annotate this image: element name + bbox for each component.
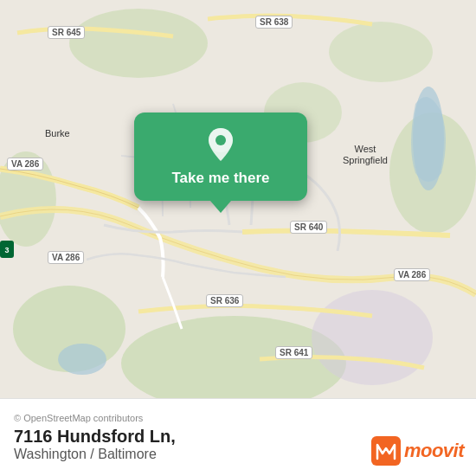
road-label-sr636: SR 636 bbox=[206, 294, 243, 307]
svg-point-5 bbox=[69, 9, 208, 78]
place-label-burke: Burke bbox=[45, 128, 70, 139]
moovit-icon bbox=[371, 436, 401, 466]
svg-point-6 bbox=[329, 22, 433, 82]
road-label-va286-right: VA 286 bbox=[394, 268, 430, 281]
road-label-va286-left: VA 286 bbox=[7, 158, 43, 170]
moovit-text-label: moovit bbox=[404, 440, 464, 462]
copyright-text: © OpenStreetMap contributors bbox=[14, 413, 462, 423]
map-container: 3 SR 645 SR 638 VA 286 VA 286 VA 286 SR … bbox=[0, 0, 476, 398]
svg-point-3 bbox=[312, 290, 433, 385]
road-label-sr640: SR 640 bbox=[290, 221, 327, 234]
svg-point-14 bbox=[215, 135, 226, 145]
svg-text:3: 3 bbox=[4, 246, 9, 254]
info-bar: © OpenStreetMap contributors 7116 Hundsf… bbox=[0, 398, 476, 476]
road-label-sr641: SR 641 bbox=[275, 346, 312, 359]
callout-button[interactable]: Take me there bbox=[134, 113, 307, 201]
road-label-sr645: SR 645 bbox=[48, 26, 85, 39]
moovit-logo: moovit bbox=[371, 436, 464, 466]
road-label-va286-mid: VA 286 bbox=[48, 251, 84, 264]
take-me-there-label: Take me there bbox=[171, 170, 269, 187]
location-pin-icon bbox=[202, 125, 240, 163]
svg-rect-15 bbox=[371, 436, 401, 466]
place-label-west-springfield: West Springfield bbox=[343, 144, 388, 166]
road-label-sr638: SR 638 bbox=[255, 16, 293, 29]
svg-point-10 bbox=[58, 344, 106, 375]
